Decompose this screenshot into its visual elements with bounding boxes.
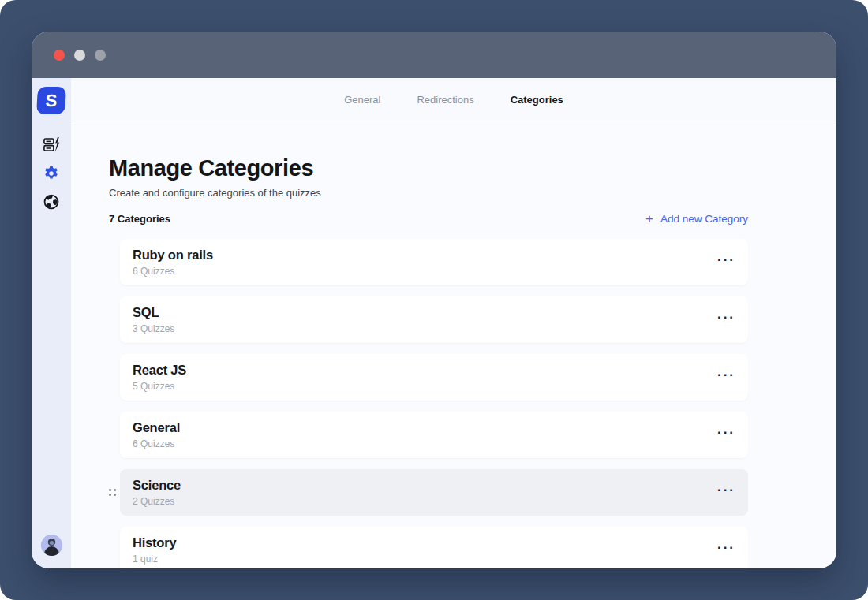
category-card[interactable]: General 6 Quizzes ··· (120, 412, 748, 458)
page-title: Manage Categories (109, 155, 748, 181)
category-row-science: Science 2 Quizzes ··· (109, 469, 748, 516)
minimize-window-button[interactable] (74, 50, 85, 61)
ellipsis-menu-button[interactable]: ··· (717, 423, 735, 447)
category-card[interactable]: History 1 quiz ··· (120, 527, 748, 568)
category-text: Science 2 Quizzes (133, 478, 181, 507)
category-quiz-count: 2 Quizzes (133, 496, 181, 507)
ellipsis-menu-button[interactable]: ··· (717, 250, 735, 274)
zoom-window-button[interactable] (95, 50, 106, 61)
app-window: S (32, 32, 836, 568)
logo-letter: S (45, 91, 58, 111)
category-name: General (133, 420, 180, 435)
category-name: React JS (133, 363, 186, 378)
categories-page: Manage Categories Create and configure c… (71, 121, 836, 568)
category-quiz-count: 6 Quizzes (133, 266, 213, 277)
ellipsis-menu-button[interactable]: ··· (717, 480, 735, 505)
category-name: SQL (133, 305, 174, 320)
ellipsis-menu-button[interactable]: ··· (717, 538, 735, 562)
main-panel: General Redirections Categories Manage C… (71, 78, 836, 568)
category-quiz-count: 5 Quizzes (133, 381, 186, 392)
category-name: Science (133, 478, 181, 493)
add-category-label: Add new Category (660, 213, 748, 225)
close-window-button[interactable] (54, 50, 65, 61)
category-row-sql: SQL 3 Quizzes ··· (109, 296, 748, 343)
list-header-row: 7 Categories + Add new Category (109, 212, 748, 225)
category-text: General 6 Quizzes (133, 420, 180, 449)
window-titlebar (32, 32, 836, 78)
category-row-react-js: React JS 5 Quizzes ··· (109, 354, 748, 401)
category-name: Ruby on rails (133, 248, 213, 263)
sidebar-item-settings[interactable] (37, 160, 65, 188)
globe-icon (43, 193, 60, 213)
plus-icon: + (645, 212, 653, 225)
sidebar: S (32, 78, 71, 568)
category-text: React JS 5 Quizzes (133, 363, 186, 392)
ellipsis-menu-button[interactable]: ··· (717, 307, 735, 332)
category-card[interactable]: React JS 5 Quizzes ··· (120, 354, 748, 401)
app-logo[interactable]: S (36, 87, 66, 114)
category-text: SQL 3 Quizzes (133, 305, 174, 334)
category-row-general: General 6 Quizzes ··· (109, 412, 748, 458)
category-quiz-count: 6 Quizzes (133, 438, 180, 449)
category-count: 7 Categories (109, 213, 170, 225)
avatar[interactable] (41, 535, 62, 556)
category-card[interactable]: SQL 3 Quizzes ··· (120, 296, 748, 343)
gear-icon (43, 165, 60, 184)
tab-redirections[interactable]: Redirections (415, 89, 475, 110)
category-row-history: History 1 quiz ··· (109, 527, 748, 568)
category-card[interactable]: Science 2 Quizzes ··· (120, 469, 748, 516)
window-body: S (32, 78, 836, 568)
category-list: Ruby on rails 6 Quizzes ··· SQL 3 Quizz (109, 239, 748, 568)
add-category-button[interactable]: + Add new Category (645, 212, 748, 225)
quiz-lightning-icon (43, 136, 61, 156)
sidebar-item-site[interactable] (37, 188, 65, 217)
tab-general[interactable]: General (342, 89, 382, 110)
category-text: Ruby on rails 6 Quizzes (133, 248, 213, 277)
category-quiz-count: 3 Quizzes (133, 323, 174, 334)
category-text: History 1 quiz (133, 535, 176, 565)
page-subtitle: Create and configure categories of the q… (109, 187, 748, 199)
category-name: History (133, 535, 176, 550)
drag-handle-icon[interactable] (109, 488, 117, 498)
category-quiz-count: 1 quiz (133, 553, 176, 565)
sidebar-item-quizzes[interactable] (37, 132, 65, 160)
settings-tab-bar: General Redirections Categories (71, 78, 836, 121)
desktop-background: S (0, 0, 868, 600)
category-row-ruby-on-rails: Ruby on rails 6 Quizzes ··· (109, 239, 748, 285)
tab-categories[interactable]: Categories (509, 89, 565, 110)
ellipsis-menu-button[interactable]: ··· (717, 365, 735, 389)
category-card[interactable]: Ruby on rails 6 Quizzes ··· (120, 239, 748, 285)
